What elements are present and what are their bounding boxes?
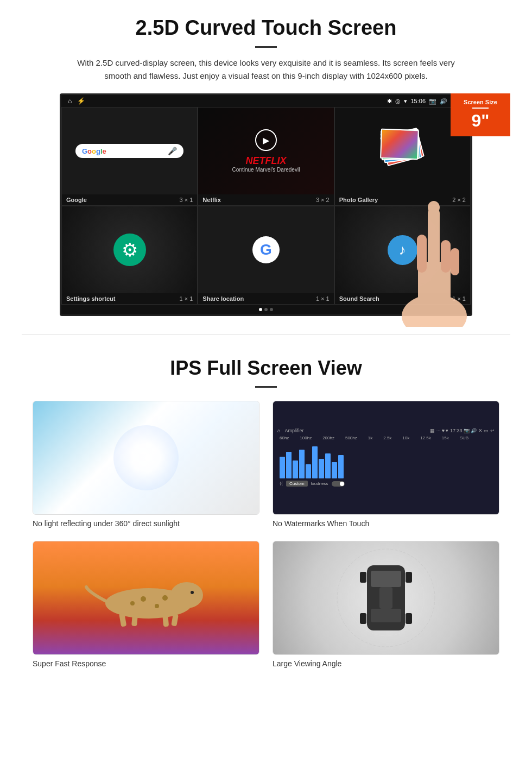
home-icon: ⌂: [68, 97, 72, 105]
section-divider: [22, 335, 510, 335]
bluetooth-icon: ✱: [387, 98, 392, 105]
photo-gallery-footer: Photo Gallery 2 × 2: [335, 194, 470, 205]
g-maps-icon: G: [252, 236, 280, 263]
section1-description: With 2.5D curved-display screen, this de…: [76, 56, 456, 83]
netflix-footer: Netflix 3 × 2: [198, 194, 333, 205]
android-screen: ⌂ ⚡ ✱ ◎ ▾ 15:06 📷 🔊 ✕ ▭: [60, 93, 472, 316]
sound-icon: ♪: [388, 235, 417, 265]
feature-cheetah: Super Fast Response: [33, 541, 259, 668]
svg-rect-25: [360, 613, 366, 624]
camera-icon: 📷: [429, 98, 436, 105]
screen-size-badge: Screen Size 9": [451, 93, 510, 136]
title-underline: [255, 46, 277, 48]
google-search-bar[interactable]: Google 🎤: [75, 144, 183, 158]
feature-sunlight-label: No light reflecting under 360° direct su…: [33, 519, 259, 528]
settings-footer: Settings shortcut 1 × 1: [62, 293, 197, 304]
google-logo: Google: [82, 147, 106, 155]
sound-search-grid-size: 1 × 1: [452, 295, 466, 302]
svg-point-9: [141, 596, 146, 602]
photo-gallery-grid-size: 2 × 2: [452, 197, 466, 203]
gear-icon: ⚙: [122, 239, 138, 261]
settings-bg: ⚙: [62, 206, 197, 293]
status-bar: ⌂ ⚡ ✱ ◎ ▾ 15:06 📷 🔊 ✕ ▭: [61, 95, 471, 107]
netflix-cell-inner: ▶ NETFLIX Continue Marvel's Daredevil: [198, 108, 333, 194]
google-bg: Google 🎤: [62, 108, 197, 194]
netflix-play-btn: ▶: [255, 129, 277, 151]
app-grid-row1: Google 🎤 Google 3 × 1: [61, 107, 471, 206]
dot-1: [259, 308, 262, 311]
share-location-app-name: Share location: [202, 295, 244, 302]
status-bar-left: ⌂ ⚡: [68, 97, 85, 105]
sound-search-app-name: Sound Search: [339, 295, 379, 302]
sound-search-inner: ♪: [335, 206, 470, 293]
section-curved-screen: 2.5D Curved Touch Screen With 2.5D curve…: [0, 0, 532, 329]
page-indicator: [61, 305, 471, 314]
mic-icon: 🎤: [168, 147, 177, 155]
cheetah-visual: [33, 541, 259, 654]
feature-car-label: Large Viewing Angle: [273, 659, 499, 668]
badge-size-value: 9": [455, 111, 506, 131]
photo-gallery-app-name: Photo Gallery: [339, 197, 378, 203]
photo-gallery-inner: [335, 108, 470, 194]
svg-point-12: [162, 595, 168, 601]
netflix-logo: NETFLIX: [245, 155, 286, 167]
amp-header: ⌂ Amplifier ▦ ··· ♥ ▾ 17:33 📷 🔊 ✕ ▭ ↩: [277, 428, 495, 433]
app-cell-google[interactable]: Google 🎤 Google 3 × 1: [61, 107, 198, 206]
section1-title: 2.5D Curved Touch Screen: [33, 16, 499, 40]
svg-point-10: [155, 604, 159, 608]
svg-rect-27: [379, 587, 392, 609]
location-icon: ◎: [395, 98, 401, 105]
features-grid: No light reflecting under 360° direct su…: [33, 401, 499, 668]
amplifier-visual: ⌂ Amplifier ▦ ··· ♥ ▾ 17:33 📷 🔊 ✕ ▭ ↩ 60…: [273, 401, 499, 514]
share-location-grid-size: 1 × 1: [316, 295, 330, 302]
feature-sunlight: No light reflecting under 360° direct su…: [33, 401, 259, 528]
netflix-bg: ▶ NETFLIX Continue Marvel's Daredevil: [198, 108, 333, 194]
svg-rect-22: [371, 609, 401, 622]
settings-app-name: Settings shortcut: [66, 295, 115, 302]
time-display: 15:06: [410, 98, 426, 104]
share-location-footer: Share location 1 × 1: [198, 293, 333, 304]
photo-gallery-bg: [335, 108, 470, 194]
photo-stack: [381, 129, 424, 173]
app-grid-row2: ⚙ Settings shortcut 1 × 1: [61, 206, 471, 305]
google-footer: Google 3 × 1: [62, 194, 197, 205]
sound-bg: ♪: [335, 206, 470, 293]
svg-rect-26: [406, 613, 412, 624]
badge-label: Screen Size: [455, 99, 506, 105]
feature-cheetah-img: [33, 541, 259, 655]
sunlight-glow: [113, 425, 179, 490]
app-cell-settings[interactable]: ⚙ Settings shortcut 1 × 1: [61, 206, 198, 305]
section2-underline: [255, 386, 277, 388]
feature-amplifier: ⌂ Amplifier ▦ ··· ♥ ▾ 17:33 📷 🔊 ✕ ▭ ↩ 60…: [273, 401, 499, 528]
google-app-name: Google: [66, 197, 87, 203]
google-cell-inner: Google 🎤: [62, 108, 197, 194]
dot-2: [264, 308, 268, 311]
usb-icon: ⚡: [77, 97, 85, 105]
sunlight-visual: [33, 401, 259, 514]
feature-sunlight-img: [33, 401, 259, 515]
settings-grid-size: 1 × 1: [180, 295, 193, 302]
app-cell-netflix[interactable]: ▶ NETFLIX Continue Marvel's Daredevil Ne…: [198, 107, 334, 206]
google-grid-size: 3 × 1: [180, 197, 193, 203]
svg-rect-21: [371, 571, 401, 587]
sound-search-footer: Sound Search 1 × 1: [335, 293, 470, 304]
share-location-inner: G: [198, 206, 333, 293]
dot-3: [270, 308, 273, 311]
app-cell-share-location[interactable]: G Share location 1 × 1: [198, 206, 334, 305]
feature-car: Large Viewing Angle: [273, 541, 499, 668]
feature-cheetah-label: Super Fast Response: [33, 659, 259, 668]
app-cell-sound-search[interactable]: ♪ Sound Search 1 × 1: [334, 206, 471, 305]
feature-amplifier-label: No Watermarks When Touch: [273, 519, 499, 528]
badge-divider: [472, 108, 489, 109]
netflix-grid-size: 3 × 2: [316, 197, 330, 203]
svg-rect-14: [131, 614, 138, 627]
wifi-icon: ▾: [404, 98, 407, 105]
feature-amplifier-img: ⌂ Amplifier ▦ ··· ♥ ▾ 17:33 📷 🔊 ✕ ▭ ↩ 60…: [273, 401, 499, 515]
svg-rect-23: [360, 572, 366, 583]
svg-point-17: [191, 591, 194, 594]
svg-rect-24: [406, 572, 412, 583]
svg-point-11: [130, 601, 135, 605]
section2-title: IPS Full Screen View: [33, 357, 499, 380]
page: 2.5D Curved Touch Screen With 2.5D curve…: [0, 0, 532, 684]
share-bg: G: [198, 206, 333, 293]
